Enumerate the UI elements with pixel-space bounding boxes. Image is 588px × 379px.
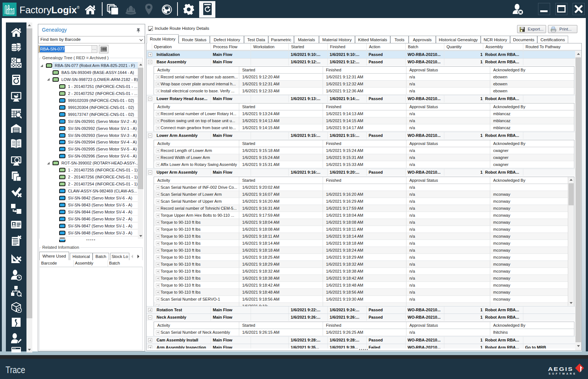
svg-text:?: ? — [17, 333, 19, 339]
